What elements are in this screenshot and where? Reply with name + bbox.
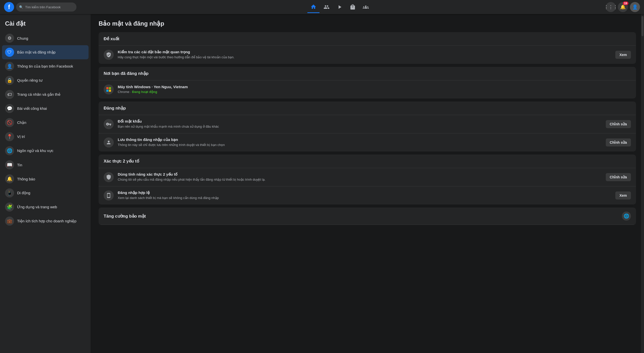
sidebar-item-label: Tin: [17, 163, 22, 167]
section-item-desc-luu-thong-tin: Thông tin này sẽ chỉ được lưu trên những…: [118, 143, 602, 147]
section-item-title-doi-mat-khau: Đổi mật khẩu: [118, 119, 602, 124]
facebook-logo[interactable]: f: [4, 2, 14, 12]
sidebar-item-thongtin[interactable]: 👤 Thông tin của bạn trên Facebook: [2, 59, 89, 73]
section-item-title: Kiểm tra các cài đặt bảo mật quan trọng: [118, 50, 611, 54]
sidebar-item-label: Thông tin của bạn trên Facebook: [17, 64, 73, 69]
chinh-sua-mat-khau-btn[interactable]: Chỉnh sửa: [606, 120, 631, 128]
active-status-badge: Đang hoạt động: [132, 90, 157, 94]
nav-friends-btn[interactable]: [320, 1, 333, 13]
section-tang-cuong: Tăng cường bảo mật 🌐: [99, 208, 636, 225]
section-de-xuat: Đề xuất Kiểm tra các cài đặt bảo mật qua…: [99, 32, 636, 64]
layout: Cài đặt ⚙ Chung 🛡 Bảo mật và đăng nhập 👤…: [0, 14, 644, 353]
topnav-left: f 🔍 Tìm kiếm trên Facebook: [4, 2, 90, 12]
sidebar-item-chan[interactable]: 🚫 Chặn: [2, 116, 89, 130]
sidebar-item-tin[interactable]: 📖 Tin: [2, 158, 89, 172]
section-item-desc-windows: Chrome · Đang hoạt động: [118, 90, 631, 94]
sidebar-title: Cài đặt: [2, 18, 89, 31]
nav-watch-btn[interactable]: [334, 1, 346, 13]
sidebar-item-quyenriengtu[interactable]: 🔒 Quyền riêng tư: [2, 73, 89, 87]
sidebar-item-label: Di động: [17, 191, 30, 195]
sidebar-item-thongbao[interactable]: 🔔 Thông báo: [2, 172, 89, 186]
sidebar-item-vitri[interactable]: 📍 Vị trí: [2, 130, 89, 144]
sidebar-item-label: Vị trí: [17, 134, 25, 139]
section-noi-dang-nhap: Nơi bạn đã đăng nhập Máy tính Windows · …: [99, 67, 636, 98]
apps-btn[interactable]: ⋮⋮⋮: [606, 2, 616, 12]
sidebar-item-chung[interactable]: ⚙ Chung: [2, 31, 89, 45]
book-icon: 📖: [5, 160, 14, 169]
tang-cuong-expand-btn[interactable]: 🌐: [622, 212, 631, 221]
section-item-title-luu-thong-tin: Lưu thông tin đăng nhập của bạn: [118, 137, 602, 142]
section-item-text-xac-thuc: Dùng tính năng xác thực 2 yếu tố Chúng t…: [118, 172, 602, 182]
lock-icon: 🔒: [5, 76, 14, 85]
section-xac-thuc: Xác thực 2 yếu tố Dùng tính năng xác thự…: [99, 155, 636, 205]
xem-baomat-btn[interactable]: Xem: [615, 51, 631, 59]
svg-rect-2: [106, 90, 108, 92]
scroll-indicator: [641, 14, 644, 353]
bell-icon: 🔔: [5, 174, 14, 183]
windows-icon: [104, 84, 114, 94]
chinh-sua-xac-thuc-btn[interactable]: Chỉnh sửa: [606, 173, 631, 181]
sidebar-item-tienichhop[interactable]: 💼 Tiện ích tích hợp cho doanh nghiệp: [2, 214, 89, 228]
two-factor-icon: [104, 172, 114, 182]
section-item-desc-dang-nhap-hop-le: Xem lại danh sách thiết bị mà bạn sẽ khô…: [118, 196, 611, 200]
sidebar-item-label: Chặn: [17, 120, 26, 125]
shield-check-icon: [104, 50, 114, 60]
block-icon: 🚫: [5, 118, 14, 127]
section-item-title-dang-nhap-hop-le: Đăng nhập hợp lệ: [118, 190, 611, 195]
section-item-doi-mat-khau: Đổi mật khẩu Bạn nên sử dụng mật khẩu mạ…: [99, 115, 636, 133]
section-item-text-dang-nhap-hop-le: Đăng nhập hợp lệ Xem lại danh sách thiết…: [118, 190, 611, 200]
section-item-text-windows: Máy tính Windows · Yen Nguu, Vietnam Chr…: [118, 85, 631, 94]
topnav: f 🔍 Tìm kiếm trên Facebook ⋮⋮⋮ 🔔 19 👤: [0, 0, 644, 14]
sidebar-item-label: Tiện ích tích hợp cho doanh nghiệp: [17, 219, 76, 223]
page-title: Bảo mật và đăng nhập: [99, 20, 636, 27]
section-header-dang-nhap: Đăng nhập: [99, 102, 636, 115]
svg-rect-3: [109, 90, 111, 92]
search-placeholder: Tìm kiếm trên Facebook: [25, 5, 61, 9]
sidebar-item-label: Ứng dụng và trang web: [17, 205, 57, 209]
shield-icon: 🛡: [5, 48, 14, 57]
sidebar-item-ngonngu[interactable]: 🌐 Ngôn ngữ và khu vực: [2, 144, 89, 158]
section-header-de-xuat: Đề xuất: [99, 32, 636, 46]
chinh-sua-luu-thong-tin-btn[interactable]: Chỉnh sửa: [606, 138, 631, 146]
svg-rect-1: [109, 87, 111, 89]
person-icon: 👤: [5, 62, 14, 71]
section-item-kiem-tra: Kiểm tra các cài đặt bảo mật quan trọng …: [99, 46, 636, 64]
section-header-noi-dang-nhap: Nơi bạn đã đăng nhập: [99, 67, 636, 80]
section-item-desc-xac-thuc: Chúng tôi sẽ yêu cầu mã đăng nhập nếu ph…: [118, 177, 602, 182]
location-icon: 📍: [5, 132, 14, 141]
sidebar-item-didong[interactable]: 📱 Di động: [2, 186, 89, 200]
device-icon: [104, 190, 114, 200]
notifications-btn[interactable]: 🔔 19: [618, 2, 628, 12]
sidebar-item-baomat[interactable]: 🛡 Bảo mật và đăng nhập: [2, 45, 89, 59]
user-avatar[interactable]: 👤: [630, 2, 640, 12]
sidebar-item-label: Ngôn ngữ và khu vực: [17, 148, 53, 153]
nav-home-btn[interactable]: [307, 1, 319, 13]
section-item-luu-thong-tin: Lưu thông tin đăng nhập của bạn Thông ti…: [99, 133, 636, 152]
section-item-desc-doi-mat-khau: Bạn nên sử dụng mật khẩu mạnh mà mình ch…: [118, 124, 602, 129]
topnav-center: [90, 1, 590, 13]
main-content: Bảo mật và đăng nhập Đề xuất Kiểm tra cá…: [91, 14, 644, 353]
sidebar: Cài đặt ⚙ Chung 🛡 Bảo mật và đăng nhập 👤…: [0, 14, 91, 353]
sidebar-item-ungdung[interactable]: 🧩 Ứng dụng và trang web: [2, 200, 89, 214]
sidebar-item-label: Bài viết công khai: [17, 106, 47, 111]
nav-marketplace-btn[interactable]: [347, 1, 359, 13]
sidebar-item-label: Chung: [17, 36, 28, 40]
xem-dang-nhap-hop-le-btn[interactable]: Xem: [615, 191, 631, 199]
nav-groups-btn[interactable]: [360, 1, 372, 13]
section-item-windows: Máy tính Windows · Yen Nguu, Vietnam Chr…: [99, 80, 636, 98]
section-item-desc: Hãy cùng thực hiện một vài bước theo hướ…: [118, 55, 611, 60]
sidebar-item-trangcanhan[interactable]: 🏷 Trang cá nhân và gắn thẻ: [2, 87, 89, 102]
search-bar[interactable]: 🔍 Tìm kiếm trên Facebook: [16, 3, 76, 12]
notification-badge: 19: [623, 2, 628, 5]
section-item-text-doi-mat-khau: Đổi mật khẩu Bạn nên sử dụng mật khẩu mạ…: [118, 119, 602, 129]
section-item-text: Kiểm tra các cài đặt bảo mật quan trọng …: [118, 50, 611, 60]
sidebar-item-label: Trang cá nhân và gắn thẻ: [17, 92, 60, 97]
puzzle-icon: 🧩: [5, 203, 14, 212]
sidebar-item-baiviet[interactable]: 💬 Bài viết công khai: [2, 102, 89, 116]
section-header-tang-cuong: Tăng cường bảo mật 🌐: [99, 208, 636, 225]
topnav-right: ⋮⋮⋮ 🔔 19 👤: [590, 2, 640, 12]
save-login-icon: [104, 137, 114, 147]
comment-icon: 💬: [5, 104, 14, 113]
gear-icon: ⚙: [5, 34, 14, 43]
section-item-xac-thuc-2yeu-to: Dùng tính năng xác thực 2 yếu tố Chúng t…: [99, 168, 636, 186]
